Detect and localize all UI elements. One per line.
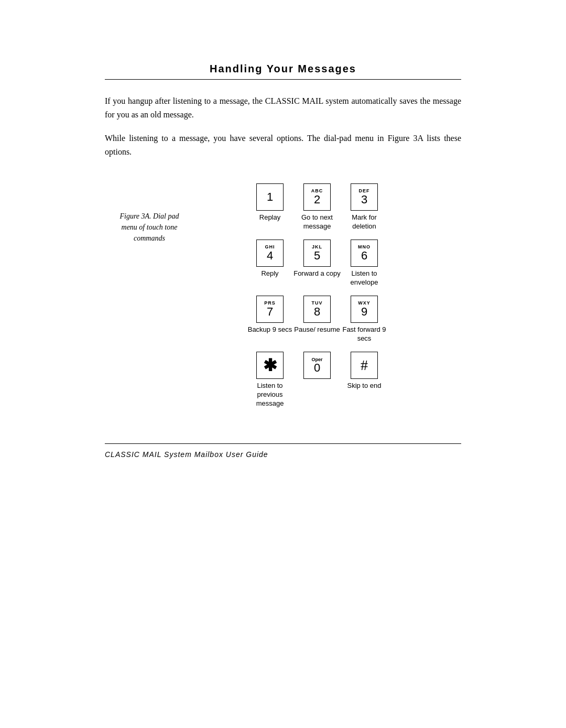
key-9-number: 9 (361, 306, 367, 318)
paragraph-2: While listening to a message, you have s… (105, 132, 461, 158)
key-3-label: Mark for deletion (341, 213, 388, 231)
page: Handling Your Messages If you hangup aft… (0, 0, 566, 728)
figure-caption-line2: menu of touch tone (122, 223, 178, 231)
key-2-number: 2 (314, 194, 320, 205)
bottom-divider (105, 443, 461, 444)
key-0-number: 0 (314, 362, 320, 374)
dialpad: 1 Replay ABC 2 Go to next message DEF 3 … (241, 179, 383, 412)
page-title: Handling Your Messages (105, 63, 461, 75)
key-hash-cell: # Skip to end (335, 347, 393, 412)
key-1-number: 1 (267, 191, 273, 203)
key-8-box: TUV 8 (303, 296, 331, 323)
key-hash-symbol: # (361, 358, 368, 373)
key-6-label: Listen to envelope (341, 269, 388, 287)
key-5-box: JKL 5 (303, 240, 331, 267)
key-7-box: PRS 7 (256, 296, 284, 323)
key-4-label: Reply (261, 269, 278, 278)
key-9-box: WXY 9 (351, 296, 378, 323)
key-0-box: Oper 0 (303, 352, 331, 379)
key-9-cell: WXY 9 Fast forward 9 secs (335, 291, 393, 347)
key-5-label: Forward a copy (293, 269, 341, 278)
paragraph-1: If you hangup after listening to a messa… (105, 94, 461, 121)
key-3-number: 3 (361, 194, 367, 205)
section-divider (105, 79, 461, 80)
key-1-box: 1 (256, 183, 284, 211)
key-4-box: GHI 4 (256, 240, 284, 267)
key-8-label: Pause/ resume (294, 325, 340, 334)
key-star-label: Listen to previous message (246, 382, 293, 408)
footer-text: CLASSIC MAIL System Mailbox User Guide (105, 450, 461, 459)
key-1-label: Replay (259, 213, 280, 222)
key-5-number: 5 (314, 250, 320, 262)
key-3-box: DEF 3 (351, 183, 378, 211)
key-7-label: Backup 9 secs (248, 325, 292, 334)
figure-caption-line3: commands (134, 234, 165, 242)
key-star-symbol: ✱ (263, 357, 277, 374)
key-9-label: Fast forward 9 secs (341, 325, 388, 343)
key-8-number: 8 (314, 306, 320, 318)
key-hash-box: # (351, 352, 378, 379)
figure-caption-line1: Figure 3A. Dial pad (119, 212, 179, 220)
key-hash-label: Skip to end (347, 382, 381, 390)
key-2-box: ABC 2 (303, 183, 331, 211)
key-6-box: MNO 6 (351, 240, 378, 267)
figure-caption: Figure 3A. Dial pad menu of touch tone c… (105, 211, 194, 244)
key-6-cell: MNO 6 Listen to envelope (335, 235, 393, 291)
key-4-number: 4 (267, 250, 273, 262)
key-star-box: ✱ (256, 352, 284, 379)
key-6-number: 6 (361, 250, 367, 262)
figure-area: Figure 3A. Dial pad menu of touch tone c… (105, 179, 461, 412)
key-2-label: Go to next message (293, 213, 341, 231)
key-7-number: 7 (267, 306, 273, 318)
key-3-cell: DEF 3 Mark for deletion (335, 179, 393, 235)
